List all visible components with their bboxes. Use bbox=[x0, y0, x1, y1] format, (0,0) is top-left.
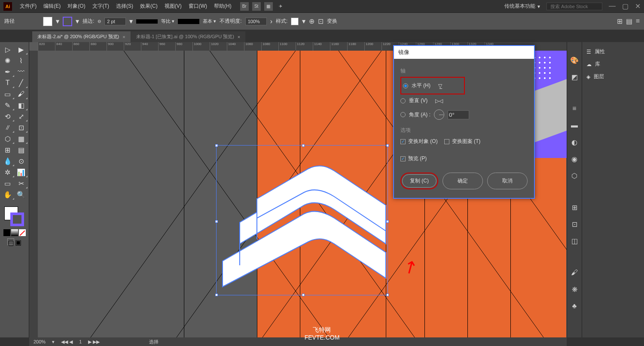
angle-input[interactable] bbox=[448, 110, 469, 119]
document-tab[interactable]: 未标题-1 [已恢复].ai @ 100% (RGB/GPU 预览) × bbox=[131, 31, 246, 42]
direct-selection-tool[interactable]: ▶ bbox=[15, 44, 28, 55]
menu-window[interactable]: 窗口(W) bbox=[185, 3, 211, 10]
checkbox-transform-patterns[interactable]: 变换图案 (T) bbox=[444, 136, 481, 147]
blend-tool[interactable]: ⊙ bbox=[15, 155, 28, 167]
maximize-icon[interactable]: ▢ bbox=[622, 2, 629, 10]
stroke-proportion[interactable]: 等比 ▾ bbox=[161, 18, 174, 24]
panel-menu-icon[interactable]: ≡ bbox=[636, 17, 640, 25]
panel-toggle-icon[interactable]: ⊞ bbox=[617, 17, 623, 25]
cancel-button[interactable]: 取消 bbox=[487, 173, 528, 189]
zoom-tool[interactable]: 🔍 bbox=[15, 189, 28, 200]
menu-help[interactable]: 帮助(H) bbox=[211, 3, 235, 10]
checkbox-transform-objects[interactable]: ✓ 变换对象 (O) bbox=[400, 136, 438, 147]
graphic-styles-panel-icon[interactable]: ⬡ bbox=[569, 170, 580, 181]
width-tool[interactable]: ⫽ bbox=[1, 122, 15, 133]
menu-edit[interactable]: 编辑(E) bbox=[40, 3, 64, 10]
hand-tool[interactable]: ✋ bbox=[1, 189, 15, 200]
selection-bounding-box[interactable] bbox=[216, 145, 388, 295]
bridge-icon[interactable]: Br bbox=[240, 2, 249, 11]
brushes-panel-icon[interactable]: 🖌 bbox=[569, 267, 580, 278]
stock-icon[interactable]: St bbox=[252, 2, 261, 11]
appearance-panel-icon[interactable]: ◉ bbox=[569, 154, 580, 164]
align-icon[interactable]: ⊡ bbox=[318, 17, 324, 25]
menu-file[interactable]: 文件(F) bbox=[16, 3, 40, 10]
transparency-panel-icon[interactable]: ◐ bbox=[569, 137, 580, 147]
stroke-weight-input[interactable] bbox=[104, 18, 126, 25]
color-panel-icon[interactable]: 🎨 bbox=[569, 55, 580, 65]
magic-wand-tool[interactable]: ✺ bbox=[1, 55, 15, 66]
graphic-style-swatch[interactable] bbox=[291, 18, 299, 25]
brush-style[interactable]: 基本 ▾ bbox=[203, 18, 216, 24]
misc-panel-icon[interactable]: ♣ bbox=[569, 301, 580, 311]
checkbox-preview[interactable]: ✓ 预览 (P) bbox=[400, 153, 528, 164]
color-swatch[interactable] bbox=[3, 229, 10, 236]
gradient-panel-icon[interactable]: ▬ bbox=[569, 120, 580, 131]
fill-color-swatch[interactable] bbox=[43, 17, 52, 26]
gpu-icon[interactable]: ✈ bbox=[276, 2, 285, 11]
panel-toggle-icon-2[interactable]: ▤ bbox=[626, 17, 632, 25]
rotate-tool[interactable]: ⟲ bbox=[1, 111, 15, 122]
angle-dial-icon[interactable] bbox=[434, 109, 444, 120]
radio-horizontal[interactable]: 水平 (H) ▽̲ bbox=[403, 79, 462, 92]
fill-stroke-indicator[interactable] bbox=[4, 206, 25, 227]
mesh-tool[interactable]: ⊞ bbox=[1, 144, 15, 155]
workspace-switcher[interactable]: 传统基本功能▾ bbox=[504, 3, 540, 10]
copy-button[interactable]: 复制 (C) bbox=[402, 174, 436, 188]
lasso-tool[interactable]: ⌇ bbox=[15, 55, 28, 66]
symbol-sprayer-tool[interactable]: ✲ bbox=[1, 167, 15, 178]
layers-panel-tab[interactable]: ◈ 图层 bbox=[582, 70, 644, 83]
type-tool[interactable]: T bbox=[1, 77, 15, 88]
minimize-icon[interactable]: — bbox=[609, 2, 616, 10]
libraries-panel-tab[interactable]: ☁ 库 bbox=[582, 58, 644, 70]
gradient-swatch[interactable] bbox=[11, 229, 18, 236]
radio-angle[interactable]: 角度 (A) : bbox=[400, 107, 528, 122]
menu-effect[interactable]: 效果(C) bbox=[137, 3, 161, 10]
pen-tool[interactable]: ✒ bbox=[1, 66, 15, 77]
radio-vertical[interactable]: 垂直 (V) ▷◁ bbox=[400, 94, 528, 107]
pathfinder-panel-icon[interactable]: ◫ bbox=[569, 236, 580, 246]
ok-button[interactable]: 确定 bbox=[443, 173, 483, 189]
paintbrush-tool[interactable]: 🖌 bbox=[15, 88, 28, 100]
transform-panel-icon[interactable]: ⊡ bbox=[569, 219, 580, 229]
rectangle-tool[interactable]: ▭ bbox=[1, 88, 15, 100]
slice-tool[interactable]: ✂ bbox=[15, 178, 28, 189]
menu-view[interactable]: 视图(V) bbox=[161, 3, 185, 10]
symbols-panel-icon[interactable]: ❋ bbox=[569, 284, 580, 294]
menu-select[interactable]: 选择(S) bbox=[113, 3, 137, 10]
recolor-icon[interactable]: ⊕ bbox=[309, 17, 314, 25]
artboard-nav-prev[interactable]: ◀◀ ◀ bbox=[61, 339, 73, 345]
graph-tool[interactable]: 📊 bbox=[15, 167, 28, 178]
search-stock-input[interactable] bbox=[546, 3, 602, 10]
swatches-panel-icon[interactable]: ◩ bbox=[569, 72, 580, 82]
tab-close-icon[interactable]: × bbox=[238, 34, 240, 39]
eraser-tool[interactable]: ◧ bbox=[15, 100, 28, 111]
eyedropper-tool[interactable]: 💧 bbox=[1, 155, 15, 167]
screen-mode-icon[interactable]: ▢ bbox=[7, 238, 14, 245]
tab-close-icon[interactable]: × bbox=[122, 34, 125, 39]
none-swatch[interactable] bbox=[19, 229, 26, 236]
menu-type[interactable]: 文字(T) bbox=[89, 3, 113, 10]
zoom-level[interactable]: 200% bbox=[34, 339, 46, 344]
selection-tool[interactable]: ▷ bbox=[1, 44, 15, 55]
stroke-color-swatch[interactable] bbox=[63, 17, 72, 26]
transform-label[interactable]: 变换 bbox=[327, 18, 337, 25]
properties-panel-tab[interactable]: ☰ 属性 bbox=[582, 46, 644, 58]
curvature-tool[interactable]: 〰 bbox=[15, 66, 28, 77]
free-transform-tool[interactable]: ⊡ bbox=[15, 122, 28, 133]
screen-mode-icon-2[interactable]: ▣ bbox=[15, 238, 22, 245]
shaper-tool[interactable]: ✎ bbox=[1, 100, 15, 111]
stroke-panel-icon[interactable]: ≡ bbox=[569, 103, 580, 114]
stroke-profile[interactable] bbox=[136, 19, 158, 24]
artboard-tool[interactable]: ▭ bbox=[1, 178, 15, 189]
opacity-input[interactable] bbox=[245, 18, 267, 25]
scale-tool[interactable]: ⤢ bbox=[15, 111, 28, 122]
document-tab-active[interactable]: 未标题-2.ai* @ 200% (RGB/GPU 预览) × bbox=[32, 31, 131, 42]
menu-object[interactable]: 对象(O) bbox=[64, 3, 89, 10]
arrange-icon[interactable]: ▦ bbox=[264, 2, 273, 11]
align-panel-icon[interactable]: ⊞ bbox=[569, 202, 580, 212]
artboard-number[interactable]: 1 bbox=[79, 339, 82, 344]
gradient-tool[interactable]: ▤ bbox=[15, 144, 28, 155]
line-tool[interactable]: ╱ bbox=[15, 77, 28, 88]
artboard-nav-next[interactable]: ▶ ▶▶ bbox=[88, 339, 100, 345]
shape-builder-tool[interactable]: ⬡ bbox=[1, 133, 15, 144]
